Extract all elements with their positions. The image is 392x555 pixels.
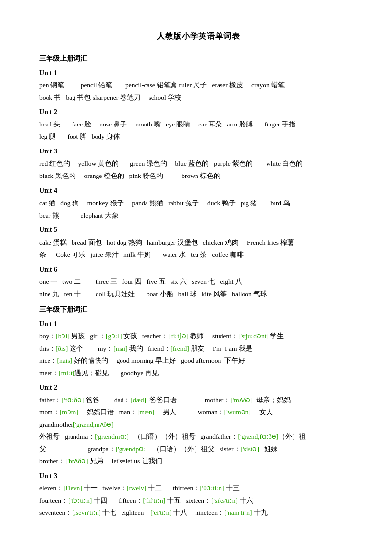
grade3-upper-section: 三年级上册词汇 Unit 1 pen 钢笔 pencil 铅笔 pencil-c…: [39, 52, 358, 301]
unit-5-upper-line2: 条 Coke 可乐 juice 果汁 milk 牛奶 water 水 tea 茶…: [39, 249, 358, 261]
unit-4-upper: Unit 4 cat 猫 dog 狗 monkey 猴子 panda 熊猫 ra…: [39, 184, 358, 222]
unit-3-upper: Unit 3 red 红色的 yellow 黄色的 green 绿色的 blue…: [39, 145, 358, 182]
grade3-lower-heading: 三年级下册词汇: [39, 303, 358, 316]
unit-6-upper-heading: Unit 6: [39, 263, 358, 276]
unit-6-upper: Unit 6 one 一 two 二 three 三 four 四 five 五…: [39, 263, 358, 301]
unit-1-lower-heading: Unit 1: [39, 318, 358, 330]
unit-2-lower-line6: brother：['brʌðə] 兄弟 let's=let us 让我们: [39, 455, 358, 468]
unit-5-upper-line1: cake 蛋糕 bread 面包 hot dog 热狗 hamburger 汉堡…: [39, 237, 358, 249]
unit-2-lower-line1: father：['fɑːðə] 爸爸 dad：[dæd] 爸爸口语 mother…: [39, 394, 358, 406]
unit-1-upper: Unit 1 pen 钢笔 pencil 铅笔 pencil-case 铅笔盒 …: [39, 67, 358, 104]
unit-3-lower-heading: Unit 3: [39, 470, 358, 482]
unit-2-lower-line3: grandmother['grænd,mʌðə]: [39, 419, 358, 431]
unit-1-upper-heading: Unit 1: [39, 67, 358, 79]
unit-4-upper-line1: cat 猫 dog 狗 monkey 猴子 panda 熊猫 rabbit 兔子…: [39, 198, 358, 210]
grade3-upper-heading: 三年级上册词汇: [39, 52, 358, 65]
unit-4-upper-line2: bear 熊 elephant 大象: [39, 210, 358, 222]
unit-2-lower-heading: Unit 2: [39, 381, 358, 394]
unit-2-lower: Unit 2 father：['fɑːðə] 爸爸 dad：[dæd] 爸爸口语…: [39, 381, 358, 468]
unit-1-lower-line1: boy：[bɔi] 男孩 girl：[gɔːl] 女孩 teacher：['ti…: [39, 330, 358, 343]
unit-2-lower-line5: 父 grandpa：['grændpɑː] （口语）（外）祖父 sister：[…: [39, 443, 358, 455]
unit-1-lower-line3: nice：[nais] 好的愉快的 good morning 早上好 good …: [39, 355, 358, 367]
unit-5-upper-heading: Unit 5: [39, 224, 358, 236]
unit-6-upper-line1: one 一 two 二 three 三 four 四 five 五 six 六 …: [39, 276, 358, 288]
unit-3-upper-line2: black 黑色的 orange 橙色的 pink 粉色的 brown 棕色的: [39, 170, 358, 182]
unit-3-lower: Unit 3 eleven：[i'levn] 十一 twelve：[twelv]…: [39, 470, 358, 519]
unit-3-lower-line3: seventeen：[,sevn'tiːn] 十七 eighteen：['ei'…: [39, 507, 358, 519]
unit-6-upper-line2: nine 九 ten 十 doll 玩具娃娃 boat 小船 ball 球 ki…: [39, 288, 358, 301]
unit-1-lower: Unit 1 boy：[bɔi] 男孩 girl：[gɔːl] 女孩 teach…: [39, 318, 358, 379]
unit-1-upper-line1: pen 钢笔 pencil 铅笔 pencil-case 铅笔盒 ruler 尺…: [39, 79, 358, 92]
unit-2-lower-line4: 外祖母 grandma：['grændmɑː] （口语）（外）祖母 grandf…: [39, 431, 358, 443]
unit-4-upper-heading: Unit 4: [39, 184, 358, 197]
grade3-lower-section: 三年级下册词汇 Unit 1 boy：[bɔi] 男孩 girl：[gɔːl] …: [39, 303, 358, 519]
unit-2-upper-line2: leg 腿 foot 脚 body 身体: [39, 131, 358, 143]
unit-1-upper-line2: book 书 bag 书包 sharpener 卷笔刀 school 学校: [39, 92, 358, 104]
unit-5-upper: Unit 5 cake 蛋糕 bread 面包 hot dog 热狗 hambu…: [39, 224, 358, 261]
unit-3-lower-line2: fourteen：['fɔːtiːn] 十四 fifteen：['fif'tiː…: [39, 495, 358, 507]
unit-1-lower-line4: meet：[miːt]遇见；碰见 goodbye 再见: [39, 367, 358, 379]
unit-2-upper: Unit 2 head 头 face 脸 nose 鼻子 mouth 嘴 eye…: [39, 106, 358, 143]
unit-3-upper-heading: Unit 3: [39, 145, 358, 157]
unit-2-upper-line1: head 头 face 脸 nose 鼻子 mouth 嘴 eye 眼睛 ear…: [39, 119, 358, 131]
unit-3-lower-line1: eleven：[i'levn] 十一 twelve：[twelv] 十二 thi…: [39, 482, 358, 495]
unit-1-lower-line2: this：[ðis] 这个 my：[mai] 我的 friend：[frend]…: [39, 343, 358, 355]
page-title: 人教版小学英语单词表: [39, 29, 358, 44]
unit-3-upper-line1: red 红色的 yellow 黄色的 green 绿色的 blue 蓝色的 pu…: [39, 158, 358, 170]
unit-2-upper-heading: Unit 2: [39, 106, 358, 118]
unit-2-lower-line2: mom：[mɔm] 妈妈口语 man：[mæn] 男人 woman：['wumə…: [39, 406, 358, 419]
